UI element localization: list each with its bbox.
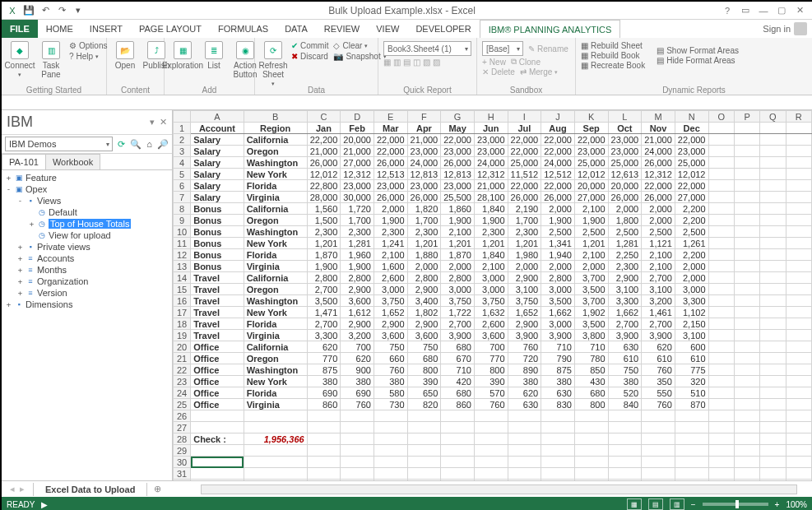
- qr-icon[interactable]: ▦: [383, 58, 391, 67]
- task-pane-button[interactable]: ▥Task Pane: [38, 39, 64, 81]
- row-header[interactable]: 4: [174, 157, 191, 169]
- tab-first-icon[interactable]: ◂: [10, 484, 15, 494]
- tree-node[interactable]: +≡Version: [3, 287, 170, 299]
- sign-in[interactable]: Sign in: [758, 20, 812, 38]
- zoom-in-icon[interactable]: +: [775, 500, 780, 509]
- column-header[interactable]: [174, 111, 191, 123]
- row-header[interactable]: 3: [174, 146, 191, 157]
- row-header[interactable]: 1: [174, 123, 191, 134]
- column-header[interactable]: H: [474, 111, 508, 123]
- maximize-icon[interactable]: ▢: [776, 5, 787, 16]
- column-header[interactable]: N: [675, 111, 708, 123]
- row-header[interactable]: 22: [174, 364, 191, 376]
- row-header[interactable]: 17: [174, 307, 191, 318]
- tree-node[interactable]: -▣Opex: [3, 183, 170, 195]
- tree-twisty-icon[interactable]: +: [5, 300, 12, 308]
- row-header[interactable]: 25: [174, 399, 191, 410]
- column-header[interactable]: E: [374, 111, 407, 123]
- tree-node[interactable]: ◷View for upload: [3, 230, 170, 241]
- ribbon-tab-developer[interactable]: DEVELOPER: [407, 20, 479, 38]
- column-header[interactable]: P: [734, 111, 759, 123]
- row-header[interactable]: 8: [174, 203, 191, 215]
- hide-format-button[interactable]: ▤Hide Format Areas: [657, 56, 739, 65]
- exploration-button[interactable]: ▦Exploration: [169, 39, 196, 72]
- row-header[interactable]: 16: [174, 295, 191, 307]
- row-header[interactable]: 24: [174, 387, 191, 399]
- view-normal-icon[interactable]: ▦: [627, 498, 642, 510]
- help-button[interactable]: ?Help▾: [69, 52, 107, 61]
- column-header[interactable]: I: [508, 111, 541, 123]
- options-button[interactable]: ⚙Options: [69, 41, 107, 50]
- connect-button[interactable]: ◆Connect▾: [7, 39, 33, 80]
- undo-icon[interactable]: ↶: [39, 5, 51, 16]
- tree-node[interactable]: -▪Views: [3, 195, 170, 206]
- qr-icon[interactable]: ▥: [393, 58, 401, 67]
- row-header[interactable]: 12: [174, 249, 191, 261]
- column-header[interactable]: K: [574, 111, 608, 123]
- minimize-icon[interactable]: —: [758, 5, 769, 16]
- row-header[interactable]: 5: [174, 169, 191, 180]
- show-format-button[interactable]: ▤Show Format Areas: [657, 46, 739, 55]
- find-icon[interactable]: 🔎: [157, 139, 169, 150]
- tree-twisty-icon[interactable]: +: [16, 254, 24, 262]
- ribbon-tab-page-layout[interactable]: PAGE LAYOUT: [131, 20, 210, 38]
- tree-node[interactable]: +▪Dimensions: [3, 299, 170, 310]
- pane-tab-pa101[interactable]: PA-101: [2, 154, 46, 169]
- ribbon-tab-review[interactable]: REVIEW: [316, 20, 368, 38]
- qr-icon[interactable]: ▨: [433, 58, 440, 67]
- ribbon-tab-ibm-planning-analytics[interactable]: IBM® Planning Analytics: [480, 20, 621, 38]
- tab-prev-icon[interactable]: ▸: [20, 484, 25, 494]
- row-header[interactable]: 20: [174, 341, 191, 353]
- tree-node[interactable]: +◷Top of House Totals: [3, 218, 170, 230]
- rebuild-book-button[interactable]: ▦Rebuild Book: [581, 51, 645, 60]
- tree-twisty-icon[interactable]: +: [16, 243, 24, 251]
- row-header[interactable]: 18: [174, 318, 191, 330]
- zoom-level[interactable]: 100%: [786, 500, 807, 509]
- tree-twisty-icon[interactable]: -: [16, 197, 24, 205]
- help-icon[interactable]: ?: [722, 5, 733, 16]
- pane-close-icon[interactable]: ✕: [160, 117, 167, 128]
- qr-icon[interactable]: ▧: [423, 58, 430, 67]
- rebuild-sheet-button[interactable]: ▦Rebuild Sheet: [581, 41, 645, 50]
- quick-report-select[interactable]: Book3.Sheet4 (1): [383, 41, 471, 56]
- row-header[interactable]: 32: [174, 480, 191, 481]
- add-sheet-icon[interactable]: ⊕: [147, 484, 168, 494]
- ribbon-tab-data[interactable]: DATA: [276, 20, 316, 38]
- column-header[interactable]: J: [541, 111, 575, 123]
- tree-twisty-icon[interactable]: +: [5, 174, 12, 182]
- row-header[interactable]: 2: [174, 134, 191, 146]
- refresh-button[interactable]: ⟳Refresh Sheet▾: [260, 39, 286, 89]
- row-header[interactable]: 29: [174, 445, 191, 457]
- zoom-out-icon[interactable]: −: [691, 500, 696, 509]
- list-button[interactable]: ≣List: [201, 39, 227, 72]
- row-header[interactable]: 14: [174, 272, 191, 284]
- tree-twisty-icon[interactable]: -: [5, 185, 12, 193]
- zoom-slider[interactable]: [703, 503, 768, 506]
- row-header[interactable]: 13: [174, 261, 191, 272]
- row-header[interactable]: 27: [174, 422, 191, 434]
- refresh-icon[interactable]: ⟳: [118, 139, 125, 150]
- row-header[interactable]: 23: [174, 376, 191, 387]
- tree-node[interactable]: +≡Organization: [3, 276, 170, 287]
- ribbon-tab-view[interactable]: VIEW: [368, 20, 407, 38]
- view-break-icon[interactable]: ▥: [670, 498, 684, 510]
- column-header[interactable]: B: [244, 111, 307, 123]
- qr-icon[interactable]: ▤: [403, 58, 411, 67]
- row-header[interactable]: 7: [174, 192, 191, 203]
- column-header[interactable]: C: [307, 111, 341, 123]
- horizontal-scrollbar[interactable]: [201, 484, 797, 494]
- row-header[interactable]: 26: [174, 410, 191, 422]
- ribbon-tab-formulas[interactable]: FORMULAS: [210, 20, 276, 38]
- tree-node[interactable]: +≡Months: [3, 264, 170, 276]
- row-header[interactable]: 19: [174, 330, 191, 341]
- column-header[interactable]: Q: [760, 111, 786, 123]
- close-icon[interactable]: ✕: [794, 5, 805, 16]
- save-icon[interactable]: 💾: [23, 5, 35, 16]
- row-header[interactable]: 28: [174, 434, 191, 445]
- ribbon-tab-insert[interactable]: INSERT: [81, 20, 131, 38]
- pane-menu-icon[interactable]: ▾: [150, 117, 155, 128]
- commit-button[interactable]: ✔Commit: [291, 41, 328, 50]
- column-header[interactable]: G: [441, 111, 475, 123]
- qr-icon[interactable]: ◫: [413, 58, 420, 67]
- column-header[interactable]: M: [642, 111, 675, 123]
